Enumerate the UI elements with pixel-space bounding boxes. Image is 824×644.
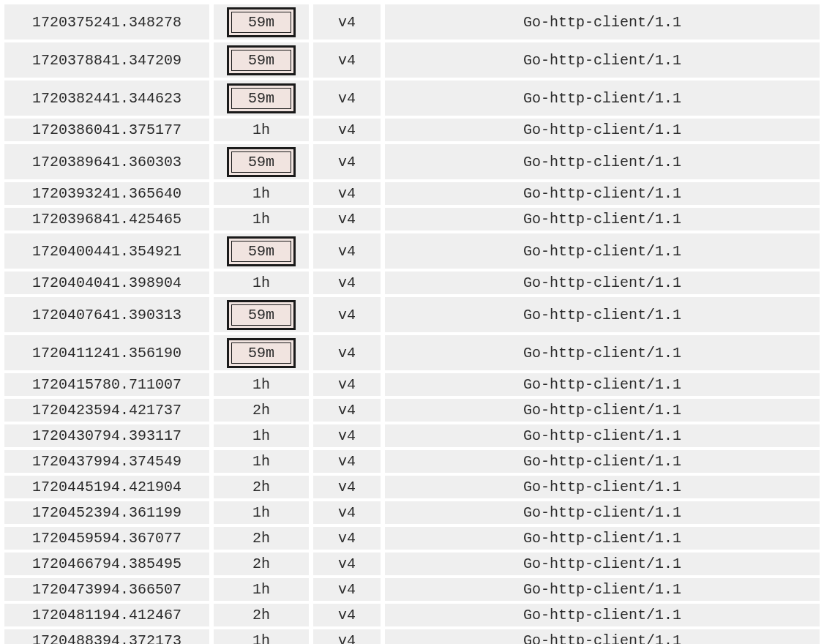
table-row: 1720393241.3656401hv4Go-http-client/1.1 — [4, 182, 820, 205]
table-row: 1720445194.4219042hv4Go-http-client/1.1 — [4, 476, 820, 498]
user-agent-cell: Go-http-client/1.1 — [385, 208, 820, 231]
table-row: 1720481194.4124672hv4Go-http-client/1.1 — [4, 604, 820, 626]
user-agent-cell: Go-http-client/1.1 — [385, 182, 820, 205]
timestamp-cell: 1720445194.421904 — [4, 476, 209, 498]
duration-cell: 1h — [214, 424, 309, 447]
table-row: 1720404041.3989041hv4Go-http-client/1.1 — [4, 272, 820, 294]
user-agent-cell: Go-http-client/1.1 — [385, 501, 820, 524]
version-cell: v4 — [313, 144, 381, 179]
user-agent-cell: Go-http-client/1.1 — [385, 335, 820, 370]
duration-cell: 59m — [214, 233, 309, 269]
duration-highlight-box: 59m — [227, 300, 296, 330]
duration-cell: 1h — [214, 272, 309, 294]
timestamp-cell: 1720404041.398904 — [4, 272, 209, 294]
table-row: 1720466794.3854952hv4Go-http-client/1.1 — [4, 553, 820, 575]
duration-cell: 59m — [214, 4, 309, 40]
version-cell: v4 — [313, 297, 381, 332]
user-agent-cell: Go-http-client/1.1 — [385, 119, 820, 141]
user-agent-cell: Go-http-client/1.1 — [385, 476, 820, 498]
user-agent-cell: Go-http-client/1.1 — [385, 272, 820, 294]
duration-cell: 1h — [214, 373, 309, 396]
duration-highlight-box: 59m — [227, 236, 296, 266]
table-row: 1720459594.3670772hv4Go-http-client/1.1 — [4, 527, 820, 550]
timestamp-cell: 1720423594.421737 — [4, 399, 209, 422]
user-agent-cell: Go-http-client/1.1 — [385, 399, 820, 422]
timestamp-cell: 1720437994.374549 — [4, 450, 209, 473]
timestamp-cell: 1720411241.356190 — [4, 335, 209, 370]
duration-value: 59m — [231, 151, 291, 173]
timestamp-cell: 1720400441.354921 — [4, 233, 209, 269]
table-row: 1720375241.34827859mv4Go-http-client/1.1 — [4, 4, 820, 40]
version-cell: v4 — [313, 424, 381, 447]
timestamp-cell: 1720415780.711007 — [4, 373, 209, 396]
duration-cell: 2h — [214, 399, 309, 422]
duration-value: 59m — [231, 304, 291, 326]
user-agent-cell: Go-http-client/1.1 — [385, 578, 820, 601]
timestamp-cell: 1720386041.375177 — [4, 119, 209, 141]
duration-cell: 2h — [214, 527, 309, 550]
timestamp-cell: 1720396841.425465 — [4, 208, 209, 231]
table-row: 1720407641.39031359mv4Go-http-client/1.1 — [4, 297, 820, 332]
version-cell: v4 — [313, 373, 381, 396]
version-cell: v4 — [313, 4, 381, 40]
table-row: 1720386041.3751771hv4Go-http-client/1.1 — [4, 119, 820, 141]
duration-highlight-box: 59m — [227, 83, 296, 113]
duration-cell: 1h — [214, 578, 309, 601]
version-cell: v4 — [313, 501, 381, 524]
table-row: 1720378841.34720959mv4Go-http-client/1.1 — [4, 42, 820, 78]
version-cell: v4 — [313, 208, 381, 231]
table-row: 1720400441.35492159mv4Go-http-client/1.1 — [4, 233, 820, 269]
duration-highlight-box: 59m — [227, 338, 296, 368]
timestamp-cell: 1720378841.347209 — [4, 42, 209, 78]
version-cell: v4 — [313, 272, 381, 294]
user-agent-cell: Go-http-client/1.1 — [385, 42, 820, 78]
user-agent-cell: Go-http-client/1.1 — [385, 297, 820, 332]
timestamp-cell: 1720382441.344623 — [4, 80, 209, 116]
duration-highlight-box: 59m — [227, 45, 296, 75]
duration-cell: 59m — [214, 42, 309, 78]
user-agent-cell: Go-http-client/1.1 — [385, 4, 820, 40]
version-cell: v4 — [313, 335, 381, 370]
duration-value: 59m — [231, 342, 291, 364]
timestamp-cell: 1720407641.390313 — [4, 297, 209, 332]
table-row: 1720396841.4254651hv4Go-http-client/1.1 — [4, 208, 820, 231]
duration-cell: 59m — [214, 144, 309, 179]
timestamp-cell: 1720375241.348278 — [4, 4, 209, 40]
timestamp-cell: 1720389641.360303 — [4, 144, 209, 179]
duration-value: 59m — [231, 12, 291, 33]
timestamp-cell: 1720452394.361199 — [4, 501, 209, 524]
user-agent-cell: Go-http-client/1.1 — [385, 553, 820, 575]
user-agent-cell: Go-http-client/1.1 — [385, 144, 820, 179]
version-cell: v4 — [313, 527, 381, 550]
duration-cell: 1h — [214, 450, 309, 473]
duration-cell: 2h — [214, 604, 309, 626]
user-agent-cell: Go-http-client/1.1 — [385, 424, 820, 447]
table-row: 1720488394.3721731hv4Go-http-client/1.1 — [4, 629, 820, 644]
table-row: 1720382441.34462359mv4Go-http-client/1.1 — [4, 80, 820, 116]
timestamp-cell: 1720481194.412467 — [4, 604, 209, 626]
duration-value: 59m — [231, 241, 291, 262]
version-cell: v4 — [313, 450, 381, 473]
version-cell: v4 — [313, 42, 381, 78]
version-cell: v4 — [313, 233, 381, 269]
duration-cell: 59m — [214, 297, 309, 332]
version-cell: v4 — [313, 399, 381, 422]
timestamp-cell: 1720459594.367077 — [4, 527, 209, 550]
user-agent-cell: Go-http-client/1.1 — [385, 233, 820, 269]
table-row: 1720415780.7110071hv4Go-http-client/1.1 — [4, 373, 820, 396]
table-row: 1720473994.3665071hv4Go-http-client/1.1 — [4, 578, 820, 601]
duration-cell: 59m — [214, 80, 309, 116]
timestamp-cell: 1720488394.372173 — [4, 629, 209, 644]
user-agent-cell: Go-http-client/1.1 — [385, 629, 820, 644]
duration-cell: 1h — [214, 119, 309, 141]
version-cell: v4 — [313, 553, 381, 575]
user-agent-cell: Go-http-client/1.1 — [385, 80, 820, 116]
version-cell: v4 — [313, 629, 381, 644]
duration-cell: 2h — [214, 476, 309, 498]
table-row: 1720389641.36030359mv4Go-http-client/1.1 — [4, 144, 820, 179]
version-cell: v4 — [313, 119, 381, 141]
user-agent-cell: Go-http-client/1.1 — [385, 527, 820, 550]
table-row: 1720452394.3611991hv4Go-http-client/1.1 — [4, 501, 820, 524]
user-agent-cell: Go-http-client/1.1 — [385, 373, 820, 396]
duration-cell: 1h — [214, 501, 309, 524]
